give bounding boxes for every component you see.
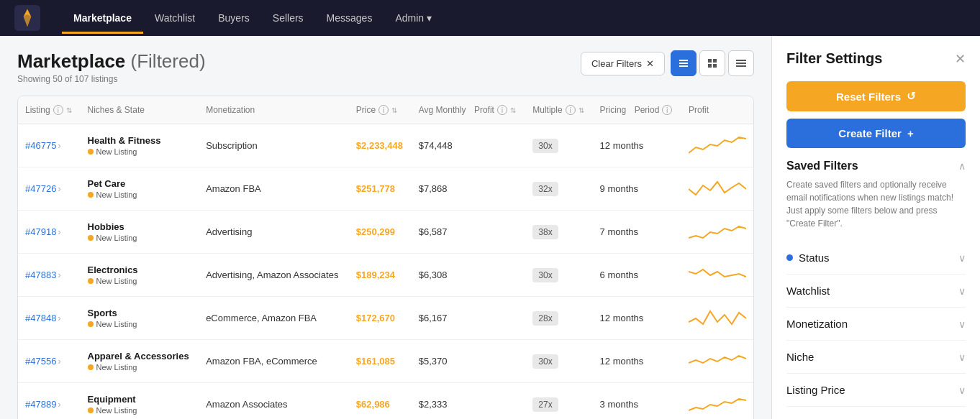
saved-filters-section: Saved Filters ∧ Create saved filters and…: [786, 160, 966, 230]
filter-section-listing-price[interactable]: Listing Price ∨: [786, 374, 966, 407]
niche-cell: Sports New Listing: [81, 297, 199, 340]
price-cell: $62,986: [349, 383, 412, 420]
monetization-cell: eCommerce, Amazon FBA: [199, 297, 349, 340]
monetization-cell: Amazon FBA: [199, 167, 349, 211]
expand-icon: ›: [58, 313, 60, 323]
new-listing-dot: [88, 408, 94, 413]
expand-icon: ›: [58, 400, 60, 410]
filter-section-watchlist[interactable]: Watchlist ∨: [786, 275, 966, 308]
col-niches[interactable]: Niches & State: [81, 96, 199, 124]
listing-id-link[interactable]: #47726 ›: [25, 183, 73, 194]
multiple-badge: 32x: [532, 182, 558, 196]
listing-id-cell: #46775 ›: [18, 124, 81, 167]
listing-id-link[interactable]: #46775 ›: [25, 140, 73, 151]
multiple-info-icon: i: [566, 105, 576, 115]
col-avg-profit[interactable]: Avg Monthly Profit i ⇅: [412, 96, 526, 124]
expand-icon: ›: [58, 356, 60, 367]
top-navigation: Marketplace Watchlist Buyers Sellers Mes…: [0, 0, 980, 36]
table-row: #47848 › Sports New Listing eCommerce, A…: [18, 297, 753, 340]
listing-id-cell: #47883 ›: [18, 254, 81, 297]
saved-filters-title: Saved Filters: [786, 160, 858, 172]
pricing-period-cell: 12 months: [593, 297, 681, 340]
listing-id-link[interactable]: #47883 ›: [25, 270, 73, 280]
multiple-cell: 30x: [525, 124, 592, 167]
col-pricing-period[interactable]: Pricing Period i: [593, 96, 681, 124]
multiple-badge: 30x: [532, 268, 558, 282]
new-listing-dot: [88, 192, 94, 198]
filter-section-monetization[interactable]: Monetization ∨: [786, 308, 966, 341]
col-listing[interactable]: Listing i ⇅: [18, 96, 81, 124]
listing-id-cell: #47848 ›: [18, 297, 81, 340]
monetization-cell: Amazon Associates: [199, 383, 349, 420]
nav-watchlist[interactable]: Watchlist: [143, 2, 207, 34]
price-value: $161,085: [356, 356, 395, 367]
pricing-info-icon: i: [662, 105, 672, 115]
chevron-down-icon: ∨: [958, 285, 966, 297]
pricing-period-cell: 12 months: [593, 124, 681, 167]
listing-info-icon: i: [53, 105, 63, 115]
sparkline-cell: [681, 167, 753, 211]
multiple-badge: 27x: [532, 397, 558, 412]
nav-messages[interactable]: Messages: [315, 2, 384, 34]
col-profit[interactable]: Profit: [681, 96, 753, 124]
create-filter-button[interactable]: Create Filter +: [786, 119, 966, 148]
listing-id-link[interactable]: #47918 ›: [25, 226, 73, 237]
col-multiple[interactable]: Multiple i ⇅: [525, 96, 592, 124]
filter-section-label: Niche: [786, 351, 814, 363]
page-title: Marketplace (Filtered): [17, 50, 206, 73]
nav-sellers[interactable]: Sellers: [261, 2, 315, 34]
niche-badge: New Listing: [88, 406, 192, 415]
filter-section-status[interactable]: Status ∨: [786, 241, 966, 275]
profit-info-icon: i: [497, 105, 507, 115]
monetization-cell: Amazon FBA, eCommerce: [199, 340, 349, 383]
listing-id-link[interactable]: #47848 ›: [25, 313, 73, 323]
view-toggle: [671, 50, 754, 76]
logo[interactable]: [14, 5, 40, 31]
niche-name: Health & Fitness: [88, 135, 192, 146]
sparkline-cell: [681, 211, 753, 254]
sort-icon: ⇅: [391, 106, 397, 114]
chevron-down-icon: ∨: [958, 385, 966, 396]
svg-rect-8: [708, 64, 712, 68]
clear-filters-button[interactable]: Clear Filters ✕: [581, 52, 665, 75]
saved-filters-header: Saved Filters ∧: [786, 160, 966, 172]
col-price[interactable]: Price i ⇅: [349, 96, 412, 124]
multiple-cell: 28x: [525, 297, 592, 340]
reset-filters-button[interactable]: Reset Filters ↺: [786, 81, 966, 111]
list-view-button[interactable]: [671, 50, 697, 76]
nav-buyers[interactable]: Buyers: [207, 2, 261, 34]
col-monetization[interactable]: Monetization: [199, 96, 349, 124]
listing-id-cell: #47556 ›: [18, 340, 81, 383]
expand-icon: ›: [58, 184, 60, 194]
listing-id-link[interactable]: #47889 ›: [25, 399, 73, 410]
listing-id-link[interactable]: #47556 ›: [25, 356, 73, 367]
niche-badge: New Listing: [88, 147, 192, 156]
options-view-button[interactable]: [728, 50, 754, 76]
main-container: Marketplace (Filtered) Showing 50 of 107…: [0, 36, 980, 419]
pricing-period-cell: 9 months: [593, 167, 681, 211]
niche-cell: Pet Care New Listing: [81, 167, 199, 211]
nav-admin[interactable]: Admin ▾: [384, 2, 443, 34]
page-title-block: Marketplace (Filtered) Showing 50 of 107…: [17, 50, 206, 84]
close-icon[interactable]: ✕: [955, 52, 966, 65]
filter-sections: Status ∨ Watchlist ∨ Monetization ∨ Nich…: [786, 241, 966, 419]
avg-profit-cell: $6,587: [412, 211, 526, 254]
price-cell: $251,778: [349, 167, 412, 211]
plus-icon: +: [907, 127, 914, 139]
niche-badge: New Listing: [88, 320, 192, 328]
filter-section-monthly-net-profit[interactable]: Monthly Net Profit ∨: [786, 407, 966, 419]
multiple-cell: 30x: [525, 340, 592, 383]
chevron-down-icon: ▾: [427, 12, 432, 24]
close-icon: ✕: [646, 58, 654, 69]
avg-profit-cell: $7,868: [412, 167, 526, 211]
table-row: #46775 › Health & Fitness New Listing Su…: [18, 124, 753, 167]
svg-rect-4: [679, 63, 688, 64]
price-value: $62,986: [356, 399, 390, 410]
price-cell: $250,299: [349, 211, 412, 254]
filter-section-niche[interactable]: Niche ∨: [786, 341, 966, 374]
expand-icon: ›: [58, 141, 60, 151]
grid-view-button[interactable]: [699, 50, 725, 76]
avg-profit-cell: $5,370: [412, 340, 526, 383]
nav-marketplace[interactable]: Marketplace: [62, 2, 143, 34]
listings-table: Listing i ⇅ Niches & State: [18, 96, 753, 419]
